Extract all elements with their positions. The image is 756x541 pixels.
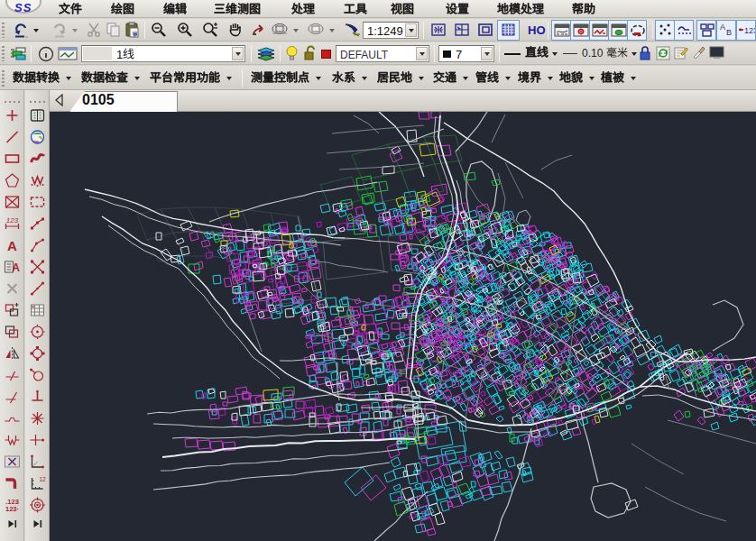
svg-text:12: 12 xyxy=(40,476,47,482)
svg-text:A: A xyxy=(12,261,20,274)
svg-text:A: A xyxy=(720,23,725,32)
svg-text:123: 123 xyxy=(744,26,755,35)
svg-text:A: A xyxy=(7,238,17,253)
svg-text:P: P xyxy=(134,32,137,38)
svg-text:123: 123 xyxy=(6,216,19,225)
svg-text:B: B xyxy=(726,28,732,37)
svg-text:123·: 123· xyxy=(5,505,19,513)
